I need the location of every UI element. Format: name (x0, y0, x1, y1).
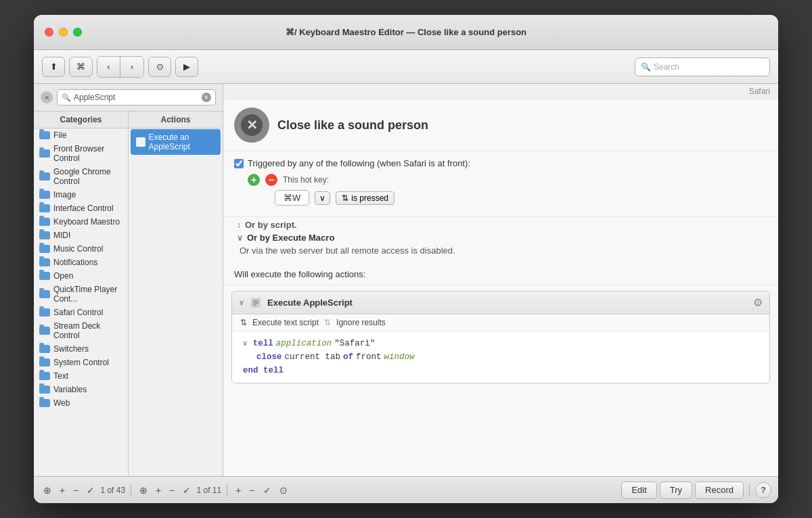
action-label: Execute an AppleScript (149, 133, 216, 151)
forward-button[interactable]: › (120, 57, 143, 77)
action-execute-applescript[interactable]: Execute an AppleScript (131, 129, 221, 155)
category-file[interactable]: File (34, 128, 128, 142)
category-music-control[interactable]: Music Control (34, 242, 128, 256)
mid-globe-button[interactable]: ⊕ (137, 484, 150, 497)
maximize-button[interactable] (73, 28, 82, 37)
category-stream-deck[interactable]: Stream Deck Control (34, 319, 128, 342)
category-system-control[interactable]: System Control (34, 356, 128, 369)
back-button[interactable]: ‹ (97, 57, 120, 77)
left-plus-button[interactable]: + (57, 484, 68, 497)
or-by-script-row: ↕ Or by script. (234, 220, 767, 230)
arrows-icon: ⇅ (240, 318, 247, 327)
action-block-header: ∨ Execute AppleScript ⚙ (232, 291, 769, 314)
upload-button[interactable]: ⬆ (42, 57, 65, 77)
right-minus-button[interactable]: − (246, 484, 257, 497)
macro-title: Close like a sound person (277, 118, 428, 133)
mid-minus-button[interactable]: − (166, 484, 177, 497)
category-web[interactable]: Web (34, 396, 128, 410)
folder-icon (39, 191, 50, 199)
action-block-title: Execute AppleScript (267, 298, 353, 308)
mid-plus-button[interactable]: + (153, 484, 164, 497)
actions-header: Actions (129, 112, 223, 128)
minimize-button[interactable] (59, 28, 68, 37)
hotkey-display: ⌘W (275, 190, 309, 206)
folder-icon (39, 258, 50, 266)
gear-icon[interactable]: ⚙ (753, 296, 763, 309)
category-midi[interactable]: MIDI (34, 229, 128, 242)
category-safari-control[interactable]: Safari Control (34, 306, 128, 319)
category-interface-control[interactable]: Interface Control (34, 202, 128, 215)
right-plus-button[interactable]: + (233, 484, 244, 497)
category-label: Notifications (53, 258, 97, 267)
arrows-icon: ⇅ (342, 193, 348, 203)
macro-x-icon: ✕ (241, 114, 263, 136)
action-block: ∨ Execute AppleScript ⚙ ⇅ Execute (231, 291, 770, 383)
category-label: Keyboard Maestro (53, 217, 120, 227)
trigger-label: Triggered by any of the following (when … (248, 158, 470, 168)
action-block-icon (250, 297, 262, 309)
category-variables[interactable]: Variables (34, 383, 128, 396)
status-separator-3 (749, 484, 750, 497)
category-text[interactable]: Text (34, 369, 128, 383)
add-trigger-button[interactable]: + (248, 174, 260, 186)
macro-header: ✕ Close like a sound person (223, 99, 778, 151)
cmd-button[interactable]: ⌘ (69, 57, 93, 77)
category-label: Google Chrome Control (53, 167, 122, 186)
play-button[interactable]: ▶ (175, 57, 198, 77)
try-button[interactable]: Try (660, 481, 692, 499)
category-label: Safari Control (53, 308, 103, 317)
sidebar-search-clear-button[interactable]: ✕ (202, 93, 211, 102)
category-quicktime[interactable]: QuickTime Player Cont... (34, 283, 128, 306)
script-collapse[interactable]: ∨ (243, 338, 248, 350)
or-by-script-section: ↕ Or by script. ∨ Or by Execute Macro Or… (223, 217, 778, 264)
hotkey-dropdown[interactable]: ∨ (315, 191, 330, 205)
category-label: Web (53, 398, 70, 408)
category-label: Text (53, 371, 68, 381)
category-label: MIDI (53, 231, 70, 240)
category-label: Switchers (53, 344, 89, 354)
category-keyboard-maestro[interactable]: Keyboard Maestro (34, 215, 128, 229)
script-line-2: close current tab of front window (243, 350, 759, 364)
trigger-checkbox[interactable] (234, 159, 244, 168)
kw-end-tell: end tell (243, 364, 284, 377)
folder-icon (39, 204, 50, 212)
right-check-button[interactable]: ✓ (261, 484, 274, 497)
macro-icon: ✕ (234, 108, 269, 143)
record-button[interactable]: Record (695, 481, 744, 499)
folder-icon (39, 149, 50, 158)
sidebar-search-field[interactable]: 🔍 AppleScript ✕ (57, 89, 216, 105)
expand-arrow: ↕ (237, 220, 241, 230)
category-image[interactable]: Image (34, 188, 128, 202)
search-icon: 🔍 (62, 93, 71, 102)
kw-tell: tell (253, 337, 273, 350)
sidebar-close-button[interactable]: ✕ (41, 91, 53, 103)
is-pressed-label: is pressed (351, 193, 388, 203)
mid-check-button[interactable]: ✓ (180, 484, 194, 497)
remove-trigger-button[interactable]: − (265, 174, 277, 186)
close-icon: ✕ (44, 94, 49, 101)
category-google-chrome[interactable]: Google Chrome Control (34, 165, 128, 188)
categories-panel: File Front Browser Control Google Chrome… (34, 128, 129, 476)
remote-access-row: Or via the web server but all remote acc… (240, 245, 767, 256)
category-open[interactable]: Open (34, 269, 128, 283)
category-front-browser[interactable]: Front Browser Control (34, 142, 128, 165)
or-by-script-text: Or by script. (245, 220, 297, 230)
left-globe-button[interactable]: ⊕ (41, 484, 54, 497)
category-notifications[interactable]: Notifications (34, 256, 128, 269)
action-icon (136, 137, 145, 147)
sidebar: ✕ 🔍 AppleScript ✕ Categories Actions (34, 84, 223, 476)
close-button[interactable] (45, 28, 53, 37)
folder-icon (39, 272, 50, 280)
right-clock-button[interactable]: ⊙ (277, 484, 290, 497)
kw-front: front (356, 350, 382, 364)
left-minus-button[interactable]: − (70, 484, 81, 497)
history-button[interactable]: ⊙ (148, 57, 171, 77)
sidebar-header: ✕ 🔍 AppleScript ✕ (34, 84, 223, 112)
category-label: Image (53, 190, 76, 199)
edit-button[interactable]: Edit (621, 481, 656, 499)
left-check-button[interactable]: ✓ (84, 484, 97, 497)
toolbar-search[interactable]: 🔍 Search (635, 57, 770, 76)
help-button[interactable]: ? (755, 482, 771, 498)
collapse-arrow[interactable]: ∨ (239, 298, 244, 307)
category-switchers[interactable]: Switchers (34, 342, 128, 356)
